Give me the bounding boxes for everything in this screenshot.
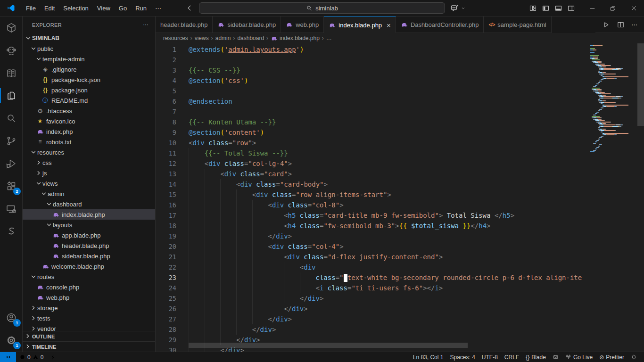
tree-item-layouts[interactable]: layouts: [23, 220, 155, 230]
code-line[interactable]: 18<h4 class="fw-semibold mb-3">{{ $total…: [156, 221, 589, 231]
breadcrumb-dashboard[interactable]: dashboard: [237, 35, 264, 41]
breadcrumb-admin[interactable]: admin: [215, 35, 231, 41]
menu-⋯[interactable]: ⋯: [151, 3, 165, 14]
section-outline[interactable]: OUTLINE: [23, 331, 155, 341]
tree-item-.gitignore[interactable]: ◈.gitignore: [23, 64, 155, 74]
tree-item-package-lock.json[interactable]: {}package-lock.json: [23, 74, 155, 85]
tree-item-.htaccess[interactable]: ⚙.htaccess: [23, 106, 155, 116]
explorer-more-icon[interactable]: ⋯: [143, 22, 149, 28]
close-tab-icon[interactable]: ×: [387, 21, 391, 29]
tree-item-README.md[interactable]: ⓘREADME.md: [23, 95, 155, 106]
menu-go[interactable]: Go: [115, 3, 131, 14]
status-indentation[interactable]: Spaces: 4: [446, 352, 478, 362]
activity-settings[interactable]: 1: [0, 329, 23, 352]
code-line[interactable]: 15<div class="row align-items-start">: [156, 189, 589, 200]
status-go-live[interactable]: Go Live: [562, 352, 596, 362]
breadcrumb-views[interactable]: views: [195, 35, 209, 41]
code-line[interactable]: 14<div class="card-body">: [156, 179, 589, 189]
status-eol[interactable]: CRLF: [501, 352, 522, 362]
tree-item-storage[interactable]: storage: [23, 303, 155, 313]
code-line[interactable]: 19</div>: [156, 231, 589, 241]
tree-root[interactable]: SIMINLAB: [23, 33, 155, 43]
breadcrumb-resources[interactable]: resources: [163, 35, 188, 41]
horizontal-scrollbar[interactable]: [189, 343, 468, 348]
code-line[interactable]: 10<div class="row">: [156, 138, 589, 148]
minimize-button[interactable]: [582, 0, 603, 16]
customize-layout-icon[interactable]: [529, 4, 537, 12]
tree-item-index.php[interactable]: index.php: [23, 126, 155, 137]
tree-item-dashboard[interactable]: dashboard: [23, 199, 155, 209]
code-line[interactable]: 28</div>: [156, 324, 589, 335]
menu-run[interactable]: Run: [131, 3, 151, 14]
status-encoding[interactable]: UTF-8: [479, 352, 501, 362]
status-prettier[interactable]: ⊘Prettier: [596, 352, 627, 362]
status-cursor-position[interactable]: Ln 83, Col 1: [410, 352, 447, 362]
tree-item-resources[interactable]: resources: [23, 147, 155, 157]
tree-item-routes[interactable]: routes: [23, 272, 155, 282]
activity-accounts[interactable]: 1: [0, 306, 23, 329]
tree-item-sidebar.blade.php[interactable]: sidebar.blade.php: [23, 251, 155, 261]
activity-search[interactable]: [0, 107, 23, 130]
code-line[interactable]: 20<div class="col-4">: [156, 241, 589, 252]
split-editor-icon[interactable]: [617, 21, 625, 29]
tree-item-package.json[interactable]: {}package.json: [23, 85, 155, 95]
tree-item-vendor[interactable]: vendor: [23, 323, 155, 331]
tree-item-js[interactable]: js: [23, 168, 155, 178]
section-timeline[interactable]: TIMELINE: [23, 341, 155, 352]
activity-monkey-extension[interactable]: [0, 39, 23, 62]
menu-file[interactable]: File: [22, 3, 40, 14]
code-line[interactable]: 24<i class="ti ti-users fs-6"></i>: [156, 283, 589, 293]
code-editor[interactable]: 1@extends('admin.layouts.app')23{{-- CSS…: [156, 43, 644, 352]
code-line[interactable]: 22<div: [156, 262, 589, 272]
tree-item-robots.txt[interactable]: ≡robots.txt: [23, 137, 155, 147]
tab-header.blade.php[interactable]: header.blade.php: [156, 16, 213, 33]
code-line[interactable]: 13<div class="card">: [156, 169, 589, 179]
code-line[interactable]: 21<div class="d-flex justify-content-end…: [156, 252, 589, 262]
restore-button[interactable]: [603, 0, 623, 16]
tab-index.blade.php[interactable]: index.blade.php×: [324, 16, 396, 33]
tree-item-app.blade.php[interactable]: app.blade.php: [23, 230, 155, 240]
code-line[interactable]: 4@section('css'): [156, 75, 589, 86]
code-line[interactable]: 26</div>: [156, 304, 589, 314]
code-line[interactable]: 17<h5 class="card-title mb-9 fw-semibold…: [156, 210, 589, 221]
run-file-icon[interactable]: [602, 21, 610, 29]
activity-dollar-extension[interactable]: [0, 220, 23, 243]
code-line[interactable]: 5: [156, 86, 589, 96]
menu-selection[interactable]: Selection: [59, 3, 92, 14]
back-arrow-icon[interactable]: [185, 4, 194, 12]
tree-item-index.blade.php[interactable]: index.blade.php: [23, 209, 155, 220]
remote-indicator[interactable]: [0, 352, 16, 362]
close-button[interactable]: [623, 0, 644, 16]
code-line[interactable]: 2: [156, 55, 589, 65]
tab-sidebar.blade.php[interactable]: sidebar.blade.php: [213, 16, 281, 33]
code-lines[interactable]: 1@extends('admin.layouts.app')23{{-- CSS…: [156, 44, 589, 352]
code-line[interactable]: 1@extends('admin.layouts.app'): [156, 44, 589, 55]
activity-remote-explorer[interactable]: [0, 197, 23, 220]
vertical-scrollbar[interactable]: [637, 43, 644, 126]
toggle-panel-icon[interactable]: [554, 4, 562, 12]
toggle-sidebar-icon[interactable]: [542, 4, 550, 12]
code-line[interactable]: 8{{-- Konten Utama --}}: [156, 117, 589, 127]
code-line[interactable]: 3{{-- CSS --}}: [156, 65, 589, 75]
tree-item-views[interactable]: views: [23, 178, 155, 189]
activity-docs-book[interactable]: [0, 62, 23, 84]
tree-item-favicon.ico[interactable]: ★favicon.ico: [23, 116, 155, 126]
toggle-secondary-sidebar-icon[interactable]: [567, 4, 575, 12]
tree-item-welcome.blade.php[interactable]: welcome.blade.php: [23, 261, 155, 272]
code-line[interactable]: 25</div>: [156, 293, 589, 304]
status-notifications[interactable]: [627, 352, 640, 362]
menu-edit[interactable]: Edit: [40, 3, 59, 14]
tree-item-tests[interactable]: tests: [23, 313, 155, 323]
tree-item-web.php[interactable]: web.php: [23, 292, 155, 303]
tab-web.php[interactable]: web.php: [281, 16, 324, 33]
ports-indicator[interactable]: [47, 352, 59, 362]
editor-more-icon[interactable]: ⋯: [631, 21, 637, 28]
tree-item-header.blade.php[interactable]: header.blade.php: [23, 240, 155, 251]
code-line[interactable]: 11{{-- Total Siswa --}}: [156, 148, 589, 158]
tree-item-template-admin[interactable]: template-admin: [23, 54, 155, 64]
activity-container-tools[interactable]: [0, 16, 23, 39]
status-feedback[interactable]: [549, 352, 562, 362]
code-line[interactable]: 12<div class="col-lg-4">: [156, 158, 589, 169]
minimap[interactable]: [590, 45, 637, 153]
tab-sample-page.html[interactable]: </>sample-page.html: [484, 16, 551, 33]
